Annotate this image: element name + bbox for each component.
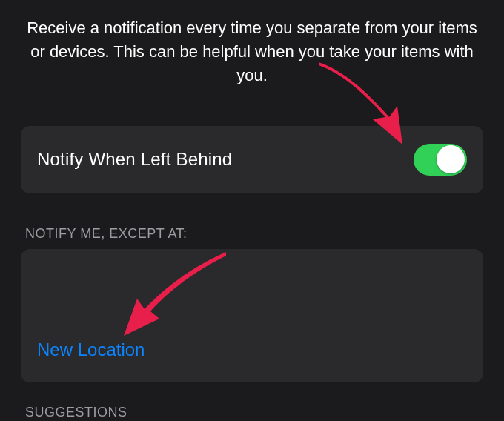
annotation-arrow-new-location [115,248,233,345]
settings-pane: Receive a notification every time you se… [0,0,504,420]
suggestions-section-header: SUGGESTIONS [21,405,483,420]
exceptions-cell: New Location [21,249,483,382]
notify-when-left-behind-label: Notify When Left Behind [37,149,232,170]
exceptions-section-header: NOTIFY ME, EXCEPT AT: [21,226,483,242]
toggle-knob [437,145,465,173]
annotation-arrow-toggle [308,56,419,153]
notify-toggle[interactable] [414,144,467,176]
